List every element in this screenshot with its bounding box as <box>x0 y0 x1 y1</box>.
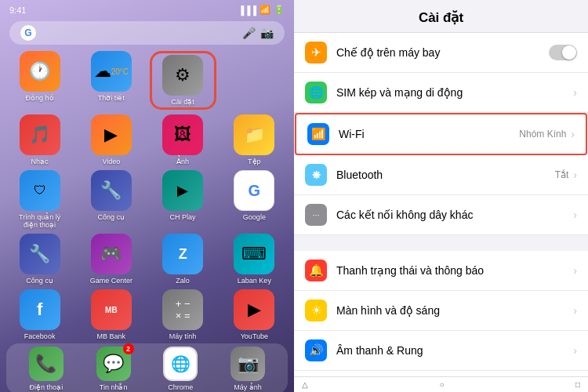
display-row[interactable]: ☀ Màn hình và độ sáng › <box>294 291 588 331</box>
app-item-tools[interactable]: 🔧 Công cụ <box>78 170 144 229</box>
app-item-chplay[interactable]: ▶ CH Play <box>150 170 216 229</box>
app-item-settings[interactable]: ⚙ Cài đặt <box>150 51 216 110</box>
tools-label: Công cụ <box>98 213 125 221</box>
bluetooth-label: Bluetooth <box>336 169 555 181</box>
phonemanager-label: Trình quản lýđiện thoại <box>19 213 60 229</box>
gamecenter-label: Game Center <box>90 277 132 285</box>
app-item-messages[interactable]: 💬 2 Tin nhắn <box>96 347 131 391</box>
home-nav-right-icon[interactable]: ○ <box>439 380 444 389</box>
settings-title: Cài đặt <box>294 0 588 33</box>
app-item-phonemanager[interactable]: 🛡 Trình quản lýđiện thoại <box>6 170 73 229</box>
phone-label: Điện thoại <box>30 383 64 391</box>
files-label: Tệp <box>248 158 261 165</box>
sound-icon: 🔊 <box>305 339 327 361</box>
other-connections-chevron: › <box>573 209 577 221</box>
right-phone-screen: Cài đặt ✈ Chế độ trên máy bay 🌐 SIM kép … <box>294 0 588 392</box>
settings-icon: ⚙ <box>162 55 203 96</box>
camera-label: Máy ảnh <box>234 383 262 391</box>
wifi-row[interactable]: 📶 Wi-Fi Nhóm Kính › <box>295 113 587 155</box>
wifi-chevron-icon: › <box>571 128 575 140</box>
app-item-camera[interactable]: 📷 Máy ảnh <box>230 347 265 391</box>
mbbank-label: MB Bank <box>97 332 126 340</box>
app-item-photos[interactable]: 🖼 Ảnh <box>150 114 216 165</box>
other-connections-icon: ··· <box>305 204 327 226</box>
chrome-label: Chrome <box>168 383 193 391</box>
app-item-phone[interactable]: 📞 Điện thoại <box>29 347 64 391</box>
labankey-icon: ⌨ <box>234 234 274 274</box>
sound-chevron: › <box>573 344 577 357</box>
signal-icon: ▐▐▐ <box>238 5 256 15</box>
calculator-label: Máy tính <box>169 332 197 340</box>
tools2-icon: 🔧 <box>20 234 60 274</box>
app-item-placeholder <box>221 51 288 110</box>
notifications-row[interactable]: 🔔 Thanh trạng thái và thông báo › <box>294 251 588 291</box>
left-phone-screen: 9:41 ▐▐▐ 📶 🔋 G 🎤 📷 🕐 Đồng hồ ☁20°C Thời … <box>0 0 294 392</box>
facebook-label: Facebook <box>24 332 56 340</box>
back-nav-right-icon[interactable]: △ <box>302 380 308 389</box>
app-grid: 🕐 Đồng hồ ☁20°C Thời tiết ⚙ Cài đặt 🎵 Nh… <box>0 51 294 340</box>
bluetooth-row-icon: ❋ <box>305 164 327 186</box>
labankey-label: Laban Key <box>238 277 271 285</box>
other-connections-row[interactable]: ··· Các kết nối không dây khác › <box>294 195 588 235</box>
wifi-row-icon: 📶 <box>307 123 329 145</box>
bluetooth-chevron-icon: › <box>573 169 577 181</box>
app-item-youtube[interactable]: ▶ YouTube <box>221 289 288 340</box>
recents-nav-right-icon[interactable]: □ <box>575 380 580 389</box>
google-icon: G <box>234 170 274 211</box>
notifications-icon: 🔔 <box>305 260 327 281</box>
sim-row[interactable]: 🌐 SIM kép và mạng di động › <box>294 73 588 113</box>
zalo-label: Zalo <box>176 277 190 285</box>
sim-icon: 🌐 <box>305 82 327 103</box>
notifications-chevron: › <box>573 264 577 277</box>
facebook-icon: f <box>20 289 60 330</box>
app-item-labankey[interactable]: ⌨ Laban Key <box>221 234 288 285</box>
photos-label: Ảnh <box>176 158 189 165</box>
mic-icon[interactable]: 🎤 <box>242 27 256 39</box>
google-label: Google <box>243 213 266 221</box>
youtube-label: YouTube <box>241 332 268 340</box>
chrome-icon: 🌐 <box>163 347 198 381</box>
connectivity-section: ✈ Chế độ trên máy bay 🌐 SIM kép và mạng … <box>294 33 588 235</box>
messages-icon: 💬 2 <box>96 347 131 381</box>
app-item-mbbank[interactable]: MB MB Bank <box>78 289 144 340</box>
settings-label: Cài đặt <box>171 98 194 106</box>
search-bar[interactable]: G 🎤 📷 <box>9 21 285 45</box>
app-item-gamecenter[interactable]: 🎮 Game Center <box>78 234 144 285</box>
app-item-zalo[interactable]: Z Zalo <box>150 234 216 285</box>
display-label: Màn hình và độ sáng <box>336 304 573 317</box>
wifi-value: Nhóm Kính <box>519 129 566 140</box>
sim-label: SIM kép và mạng di động <box>336 86 573 99</box>
app-item-facebook[interactable]: f Facebook <box>6 289 73 340</box>
music-label: Nhạc <box>31 158 49 165</box>
chplay-label: CH Play <box>170 213 196 221</box>
bluetooth-value: Tắt <box>555 169 569 180</box>
app-item-calculator[interactable]: + −× = Máy tính <box>150 289 216 340</box>
files-icon: 📁 <box>234 114 274 155</box>
app-item-files[interactable]: 📁 Tệp <box>221 114 288 165</box>
donotdisturb-row[interactable]: 🌙 Thời gian Yên tĩnh › <box>294 371 588 376</box>
app-item-tools2[interactable]: 🔧 Công cụ <box>6 234 73 285</box>
zalo-icon: Z <box>162 234 203 274</box>
display-chevron: › <box>573 304 577 317</box>
battery-icon: 🔋 <box>274 5 285 15</box>
bluetooth-row[interactable]: ❋ Bluetooth Tắt › <box>294 155 588 195</box>
weather-icon: ☁20°C <box>91 51 132 92</box>
camera-search-icon[interactable]: 📷 <box>260 27 274 39</box>
airplane-mode-row[interactable]: ✈ Chế độ trên máy bay <box>294 33 588 73</box>
app-item-chrome[interactable]: 🌐 Chrome <box>163 347 198 391</box>
app-item-weather[interactable]: ☁20°C Thời tiết <box>78 51 144 110</box>
status-bar-left: 9:41 ▐▐▐ 📶 🔋 <box>0 0 294 18</box>
app-item-video[interactable]: ▶ Video <box>78 114 144 165</box>
display-icon: ☀ <box>305 299 327 321</box>
airplane-toggle[interactable] <box>549 45 577 60</box>
wifi-label: Wi-Fi <box>339 128 519 140</box>
sound-label: Âm thanh & Rung <box>336 344 573 357</box>
chplay-icon: ▶ <box>162 170 203 211</box>
notifications-label: Thanh trạng thái và thông báo <box>336 264 573 277</box>
wifi-status-icon: 📶 <box>260 5 270 15</box>
sound-row[interactable]: 🔊 Âm thanh & Rung › <box>294 331 588 371</box>
app-item-clock[interactable]: 🕐 Đồng hồ <box>6 51 73 110</box>
gamecenter-icon: 🎮 <box>91 234 132 274</box>
app-item-google[interactable]: G Google <box>221 170 288 229</box>
app-item-music[interactable]: 🎵 Nhạc <box>6 114 73 165</box>
